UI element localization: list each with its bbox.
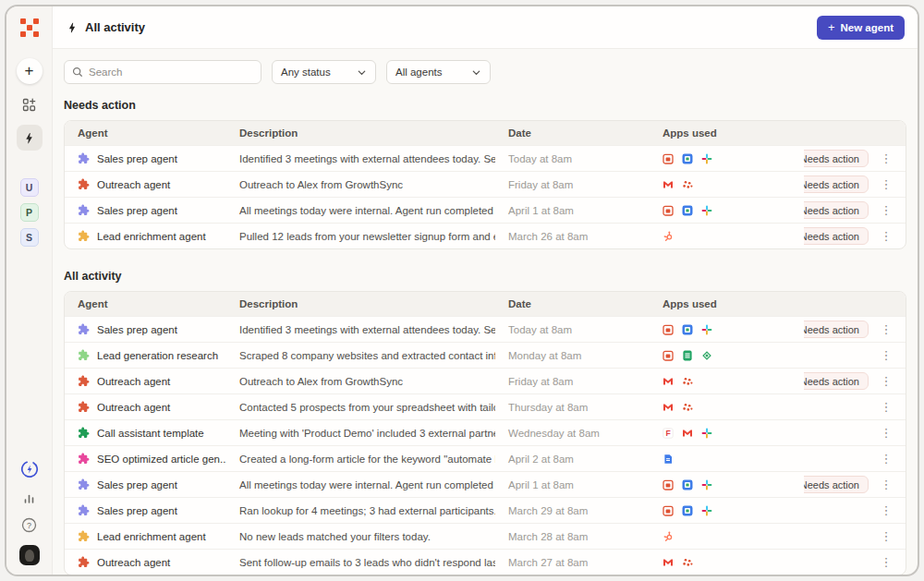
agent-name: SEO optimized article gen...: [97, 454, 226, 465]
apps-used: [650, 205, 804, 216]
dots-app-icon: [682, 402, 693, 413]
dots-app-icon: [682, 179, 693, 190]
needs-action-badge: Needs action: [804, 227, 869, 245]
agent-puzzle-icon: [78, 178, 90, 190]
run-date: Friday at 8am: [495, 179, 650, 190]
agent-name: Outreach agent: [97, 179, 170, 190]
needs-action-badge: Needs action: [804, 201, 869, 219]
table-row[interactable]: Call assistant templateMeeting with 'Pro…: [65, 419, 906, 445]
sidebar-item-u[interactable]: U: [20, 178, 39, 197]
calendar-app-icon: [663, 324, 674, 335]
table-row[interactable]: Sales prep agentIdentified 3 meetings wi…: [65, 145, 906, 171]
apps-used: [650, 324, 804, 335]
column-header: Agent: [65, 127, 226, 139]
svg-text:?: ?: [27, 521, 31, 530]
run-description: Outreach to Alex from GrowthSync: [226, 179, 495, 190]
column-header: Description: [226, 298, 495, 309]
new-agent-label: New agent: [840, 22, 894, 33]
help-icon[interactable]: ?: [21, 517, 37, 537]
agent-name: Sales prep agent: [97, 205, 177, 216]
row-menu-icon[interactable]: ⋮: [878, 528, 894, 545]
table-row[interactable]: Lead enrichment agentNo new leads matche…: [65, 523, 906, 549]
calendar-app-icon: [663, 505, 674, 516]
all-activity-table: AgentDescriptionDateApps usedSales prep …: [64, 291, 906, 575]
table-row[interactable]: Outreach agentOutreach to Alex from Grow…: [65, 171, 906, 197]
user-avatar[interactable]: [19, 545, 40, 565]
templates-grid-icon[interactable]: [17, 91, 43, 117]
row-menu-icon[interactable]: ⋮: [878, 151, 894, 167]
table-row[interactable]: Lead enrichment agentPulled 12 leads fro…: [65, 223, 906, 248]
agent-puzzle-icon: [78, 504, 90, 516]
gmail-app-icon: [663, 376, 674, 387]
table-row[interactable]: Sales prep agentAll meetings today were …: [65, 471, 906, 497]
table-row[interactable]: Outreach agentOutreach to Alex from Grow…: [65, 368, 906, 393]
row-menu-icon[interactable]: ⋮: [878, 347, 894, 364]
sidebar-item-p[interactable]: P: [20, 203, 39, 222]
table-row[interactable]: Lead generation researchScraped 8 compan…: [65, 342, 906, 368]
row-menu-icon[interactable]: ⋮: [878, 425, 894, 442]
run-description: Ran lookup for 4 meetings; 3 had externa…: [226, 505, 495, 516]
agent-puzzle-icon: [78, 230, 90, 242]
gmail-app-icon: [663, 402, 674, 413]
search-icon: [72, 67, 83, 78]
topbar: All activity + New agent: [53, 6, 918, 49]
page-title: All activity: [85, 20, 145, 34]
slack-app-icon: [701, 205, 712, 216]
apps-used: [650, 479, 804, 490]
table-row[interactable]: Sales prep agentRan lookup for 4 meeting…: [65, 497, 906, 523]
diamond-app-icon: [701, 350, 712, 361]
new-item-plus-button[interactable]: +: [17, 58, 43, 84]
agent-name: Sales prep agent: [97, 479, 177, 490]
fireflies-app-icon: F: [663, 428, 674, 439]
row-menu-icon[interactable]: ⋮: [878, 202, 894, 219]
run-date: April 1 at 8am: [495, 205, 650, 216]
agent-name: Lead generation research: [97, 350, 218, 361]
agents-filter-select[interactable]: All agents: [386, 60, 491, 84]
row-menu-icon[interactable]: ⋮: [878, 228, 894, 245]
agent-puzzle-icon: [78, 556, 90, 568]
status-filter-select[interactable]: Any status: [272, 60, 376, 84]
run-date: March 26 at 8am: [495, 231, 650, 242]
new-agent-button[interactable]: + New agent: [817, 16, 905, 40]
table-row[interactable]: SEO optimized article gen...Created a lo…: [65, 445, 906, 471]
column-header: Apps used: [650, 127, 804, 139]
needs-action-badge: Needs action: [804, 372, 869, 390]
hubspot-app-icon: [663, 531, 674, 542]
table-row[interactable]: Sales prep agentAll meetings today were …: [65, 197, 906, 223]
search-input[interactable]: [89, 67, 253, 78]
dots-app-icon: [682, 557, 693, 568]
row-menu-icon[interactable]: ⋮: [878, 451, 894, 467]
chevron-down-icon: [471, 67, 481, 78]
apps-used: [650, 557, 804, 568]
agent-puzzle-icon: [78, 375, 90, 387]
run-date: Wednesday at 8am: [495, 428, 650, 439]
agent-name: Call assistant template: [97, 428, 204, 439]
plus-icon: +: [828, 20, 835, 34]
activity-bolt-nav-item[interactable]: [17, 125, 43, 151]
sidebar: + U P S: [6, 6, 53, 575]
activity-bolt-icon: [66, 21, 79, 34]
boost-bolt-icon[interactable]: [19, 459, 40, 483]
agents-filter-value: All agents: [395, 67, 443, 78]
table-row[interactable]: Outreach agentContacted 5 prospects from…: [65, 393, 906, 419]
needs-action-section: Needs action AgentDescriptionDateApps us…: [64, 99, 906, 249]
row-menu-icon[interactable]: ⋮: [878, 554, 894, 571]
run-description: Contacted 5 prospects from your spreadsh…: [226, 402, 495, 413]
row-menu-icon[interactable]: ⋮: [878, 399, 894, 416]
app-logo-icon[interactable]: [19, 18, 40, 38]
usage-chart-icon[interactable]: [22, 491, 36, 509]
row-menu-icon[interactable]: ⋮: [878, 373, 894, 390]
agent-name: Outreach agent: [97, 557, 170, 568]
sidebar-item-s[interactable]: S: [20, 228, 39, 247]
run-description: Created a long-form article for the keyw…: [226, 454, 495, 465]
column-header: Date: [495, 127, 650, 139]
table-row[interactable]: Sales prep agentIdentified 3 meetings wi…: [65, 316, 906, 342]
row-menu-icon[interactable]: ⋮: [878, 502, 894, 519]
table-row[interactable]: Outreach agentSent follow-up emails to 3…: [65, 549, 906, 575]
run-date: Thursday at 8am: [495, 402, 650, 413]
row-menu-icon[interactable]: ⋮: [878, 321, 894, 338]
row-menu-icon[interactable]: ⋮: [878, 176, 894, 193]
hubspot-app-icon: [663, 231, 674, 242]
agent-puzzle-icon: [78, 453, 90, 465]
row-menu-icon[interactable]: ⋮: [878, 477, 894, 493]
